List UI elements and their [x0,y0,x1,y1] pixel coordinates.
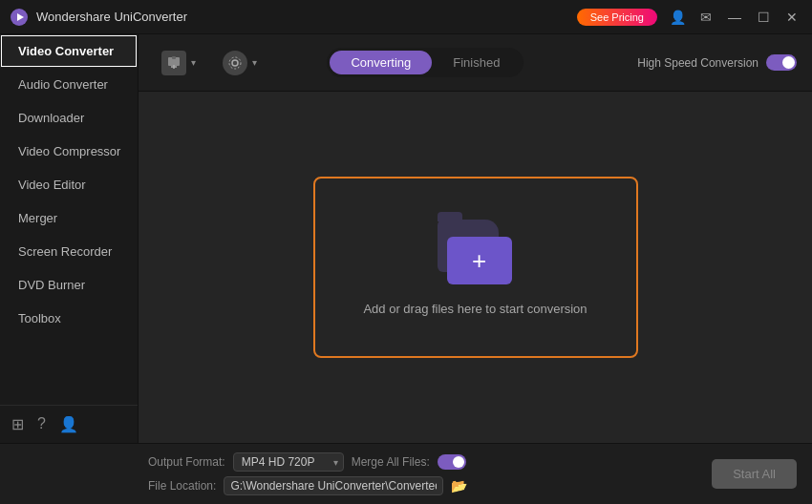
app-logo [10,8,29,27]
titlebar-icons: 👤 ✉ — ☐ ✕ [667,7,802,28]
minimize-button[interactable]: — [724,7,745,28]
toolbar-tabs: Converting Finished [327,48,524,77]
drop-zone-text: Add or drag files here to start conversi… [363,302,587,316]
start-all-button[interactable]: Start All [712,459,797,489]
account-icon-button[interactable]: 👤 [667,7,688,28]
maximize-button[interactable]: ☐ [753,7,774,28]
sidebar-item-screen-recorder[interactable]: Screen Recorder [0,235,138,268]
sidebar: Video Converter Audio Converter Download… [0,34,139,443]
settings-chevron: ▾ [252,57,257,68]
sidebar-item-video-converter[interactable]: Video Converter [0,34,138,68]
sidebar-item-video-compressor[interactable]: Video Compressor [0,135,138,168]
user-icon[interactable]: 👤 [59,415,78,433]
high-speed-toggle[interactable] [766,54,797,71]
help-icon[interactable]: ? [37,415,46,433]
settings-button[interactable]: ▾ [215,47,265,79]
add-files-chevron: ▾ [191,57,196,68]
folder-front: + [447,237,512,284]
mail-icon-button[interactable]: ✉ [695,7,716,28]
merge-all-label: Merge All Files: [352,455,430,469]
svg-point-6 [232,60,238,66]
app-title: Wondershare UniConverter [36,10,577,24]
file-location-row: File Location: 📂 [148,476,712,495]
output-format-select-wrap[interactable]: MP4 HD 720P MP4 HD 1080P MP4 4K AVI MOV [233,452,344,472]
output-format-select[interactable]: MP4 HD 720P MP4 HD 1080P MP4 4K AVI MOV [233,452,344,472]
titlebar: Wondershare UniConverter See Pricing 👤 ✉… [0,0,812,34]
sidebar-bottom: ⊞ ? 👤 [0,405,138,443]
high-speed-label: High Speed Conversion [637,56,759,70]
add-files-button[interactable]: ▾ [154,47,203,79]
merge-all-toggle[interactable] [438,454,466,470]
sidebar-item-toolbox[interactable]: Toolbox [0,302,138,335]
toolbar: ▾ ▾ Converting Finished High Speed Conve… [139,34,812,92]
folder-icon: + [438,220,514,284]
sidebar-item-dvd-burner[interactable]: DVD Burner [0,268,138,302]
settings-icon [223,51,247,75]
add-files-icon [161,51,186,75]
sidebar-item-merger[interactable]: Merger [0,201,138,235]
drop-zone[interactable]: + Add or drag files here to start conver… [313,177,638,358]
main-layout: Video Converter Audio Converter Download… [0,34,812,443]
tab-finished[interactable]: Finished [432,51,521,74]
drop-zone-wrapper: + Add or drag files here to start conver… [139,92,812,443]
tab-converting[interactable]: Converting [330,51,432,74]
bottom-fields: Output Format: MP4 HD 720P MP4 HD 1080P … [148,452,712,495]
bottom-bar: Output Format: MP4 HD 720P MP4 HD 1080P … [0,443,812,504]
toolbar-right: High Speed Conversion [637,54,797,71]
content-area: ▾ ▾ Converting Finished High Speed Conve… [139,34,812,443]
layout-icon[interactable]: ⊞ [11,415,24,433]
svg-rect-3 [172,56,176,59]
output-format-label: Output Format: [148,455,225,469]
close-button[interactable]: ✕ [781,7,802,28]
file-location-label: File Location: [148,479,216,493]
sidebar-item-audio-converter[interactable]: Audio Converter [0,68,138,101]
svg-point-7 [229,57,241,69]
output-format-row: Output Format: MP4 HD 720P MP4 HD 1080P … [148,452,712,472]
sidebar-item-downloader[interactable]: Downloader [0,101,138,135]
see-pricing-button[interactable]: See Pricing [577,9,657,26]
folder-plus-icon: + [472,248,486,273]
folder-open-icon[interactable]: 📂 [451,478,467,494]
file-location-input[interactable] [224,476,443,495]
sidebar-item-video-editor[interactable]: Video Editor [0,168,138,201]
